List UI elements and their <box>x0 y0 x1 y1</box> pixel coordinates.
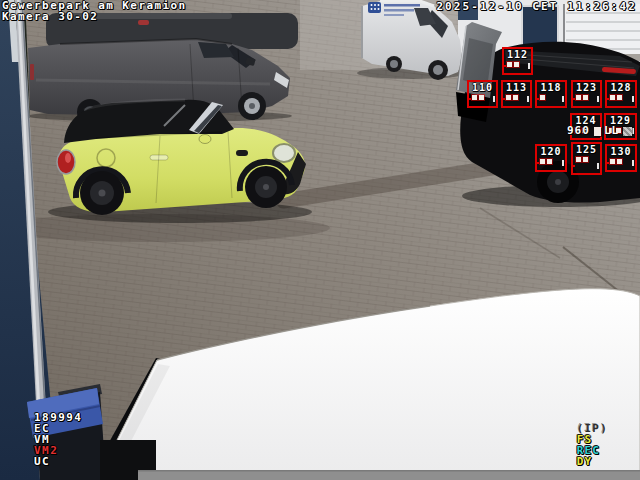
detection-marker <box>472 95 484 100</box>
camera-id-label: Kamera 30-02 <box>2 11 98 22</box>
status-flag-dy: DY <box>577 455 593 468</box>
zone-checker-icon <box>623 127 632 136</box>
detection-box-128: 128 <box>605 80 637 108</box>
detection-marker <box>540 159 552 164</box>
detection-marker <box>540 95 545 100</box>
detection-id: 112 <box>504 49 531 60</box>
detection-id: 128 <box>607 82 635 93</box>
detection-id: 110 <box>469 82 496 93</box>
camera-view: 112 110 113 118 123 128 124 129 120 125 … <box>0 0 640 480</box>
zone-marker-block <box>594 127 601 136</box>
detection-box-110: 110 <box>467 80 498 108</box>
status-flag-uc: UC <box>34 455 50 468</box>
detection-box-123: 123 <box>571 80 602 108</box>
detection-marker <box>610 159 622 164</box>
detection-id: 130 <box>607 146 635 157</box>
detection-id: 125 <box>573 144 600 155</box>
detection-box-120: 120 <box>535 144 567 172</box>
detection-marker <box>610 95 622 100</box>
detection-id: 118 <box>537 82 565 93</box>
detection-box-112: 112 <box>502 47 533 75</box>
detection-marker <box>576 157 588 162</box>
zone-measure-suffix: LL <box>604 125 619 137</box>
timestamp: 2025-12-10 CET 11:26:42 <box>436 1 637 12</box>
detection-id: 120 <box>537 146 565 157</box>
detection-box-130: 130 <box>605 144 637 172</box>
detection-box-113: 113 <box>501 80 532 108</box>
zone-measure-label: 960 LL <box>567 125 632 137</box>
detection-id: 123 <box>573 82 600 93</box>
detection-box-118: 118 <box>535 80 567 108</box>
detection-box-125: 125 <box>571 142 602 175</box>
detection-marker <box>576 95 588 100</box>
status-bar-right: (IP) FS REC DY <box>536 412 608 478</box>
scene-image <box>0 0 640 480</box>
zone-measure-value: 960 <box>567 125 590 137</box>
status-bar-left: 189994 EC VM VM2 UC <box>2 401 93 478</box>
detection-marker <box>506 95 518 100</box>
detection-marker <box>507 62 519 67</box>
detection-id: 113 <box>503 82 530 93</box>
